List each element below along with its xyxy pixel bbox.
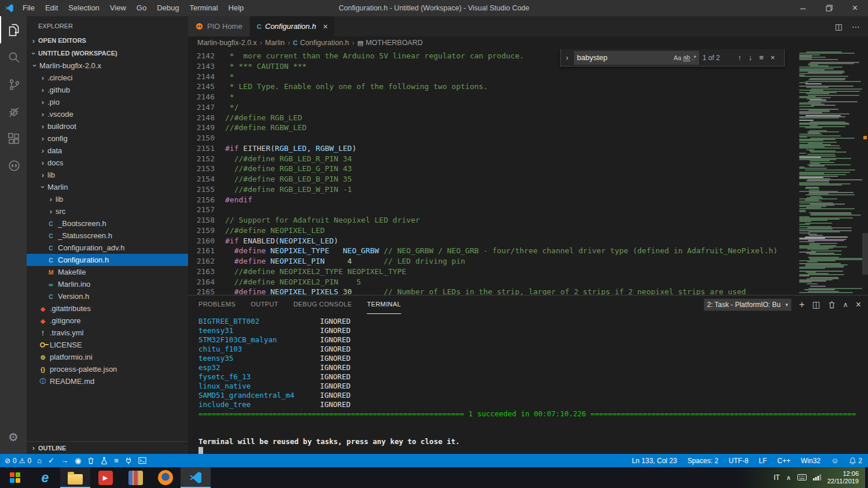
code-line[interactable]: 2164 //#define NEOPIXEL2_PIN 5 xyxy=(188,277,797,287)
tree-item[interactable]: ⓘREADME.md xyxy=(27,375,188,387)
tree-item[interactable]: ›.pio xyxy=(27,96,188,108)
close-panel-icon[interactable]: × xyxy=(856,300,861,310)
extensions-icon[interactable] xyxy=(0,125,27,152)
source-control-icon[interactable] xyxy=(0,71,27,98)
code-line[interactable]: 2163 //#define NEOPIXEL2_TYPE NEOPIXEL_T… xyxy=(188,267,797,277)
tab-pio-home[interactable]: PIO Home xyxy=(188,16,250,36)
code-line[interactable]: 2147 */ xyxy=(188,102,797,113)
breadcrumb-item[interactable]: ▤MOTHERBOARD xyxy=(357,39,422,47)
tree-item[interactable]: ⚙platformio.ini xyxy=(27,351,188,363)
code-area[interactable]: 2142 * more current than the Arduino 5V … xyxy=(188,49,797,295)
tree-item[interactable]: MMakefile xyxy=(27,266,188,278)
tree-item[interactable]: ›docs xyxy=(27,157,188,169)
code-line[interactable]: 2155 //#define RGB_LED_W_PIN -1 xyxy=(188,184,797,195)
code-line[interactable]: 2152 //#define RGB_LED_R_PIN 34 xyxy=(188,154,797,164)
status-utf-8[interactable]: UTF-8 xyxy=(729,457,748,465)
tree-item[interactable]: ›.vscode xyxy=(27,108,188,120)
internet-explorer-icon[interactable]: e xyxy=(30,467,60,488)
terminal-output[interactable]: BIGTREE_BTT002IGNOREDteensy31IGNOREDSTM3… xyxy=(188,314,868,454)
tree-item[interactable]: ›.github xyxy=(27,84,188,96)
pio-upload-icon[interactable]: → xyxy=(61,456,68,465)
find-input[interactable] xyxy=(577,53,672,62)
code-line[interactable]: 2161 #define NEOPIXEL_TYPE NEO_GRBW // N… xyxy=(188,246,797,256)
media-player-icon[interactable]: ▶ xyxy=(90,467,120,488)
tree-item[interactable]: ›config xyxy=(27,132,188,145)
menu-terminal[interactable]: Terminal xyxy=(184,0,223,16)
status-spaces-2[interactable]: Spaces: 2 xyxy=(687,457,718,465)
code-line[interactable]: 2149//#define RGBW_LED xyxy=(188,123,797,133)
tree-item[interactable]: ›Marlin xyxy=(27,181,188,193)
split-editor-icon[interactable]: ◫ xyxy=(835,22,843,31)
find-in-selection-icon[interactable]: ≡ xyxy=(757,53,766,62)
panel-tab-output[interactable]: OUTPUT xyxy=(251,295,278,314)
find-previous-icon[interactable]: ↑ xyxy=(736,53,744,62)
scrollbar-thumb[interactable] xyxy=(862,233,868,275)
pio-terminal-icon[interactable] xyxy=(138,457,146,464)
start-button[interactable] xyxy=(0,467,30,488)
tree-item[interactable]: ›lib xyxy=(27,193,188,205)
pio-home-icon[interactable]: ⌂ xyxy=(37,456,42,465)
touch-keyboard-icon[interactable] xyxy=(797,472,807,483)
problems-status[interactable]: ⊘ 0 ⚠ 0 xyxy=(5,457,31,465)
find-next-icon[interactable]: ↓ xyxy=(747,53,755,62)
terminal-selector[interactable]: 2: Task - PlatformIO: Bu ▾ xyxy=(704,298,792,311)
menu-go[interactable]: Go xyxy=(131,0,152,16)
kill-terminal-icon[interactable] xyxy=(828,301,836,309)
menu-selection[interactable]: Selection xyxy=(63,0,104,16)
tree-item[interactable]: ›lib xyxy=(27,169,188,181)
workspace-section[interactable]: › UNTITLED (WORKSPACE) xyxy=(27,47,188,60)
breadcrumb-item[interactable]: Marlin xyxy=(265,39,285,47)
tree-item[interactable]: ◆.gitattributes xyxy=(27,302,188,315)
panel-tab-terminal[interactable]: TERMINAL xyxy=(367,295,401,314)
hidden-icons-chevron[interactable]: ∧ xyxy=(786,474,791,482)
show-desktop-button[interactable] xyxy=(865,467,868,488)
explorer-icon[interactable] xyxy=(0,16,27,43)
code-line[interactable]: 2144 * xyxy=(188,72,797,82)
code-line[interactable]: 2151#if EITHER(RGB_LED, RGBW_LED) xyxy=(188,143,797,154)
feedback-smiley-icon[interactable]: ☺ xyxy=(831,456,838,465)
close-find-icon[interactable]: × xyxy=(769,53,777,62)
pio-serial-monitor-icon[interactable] xyxy=(125,457,132,464)
tab-configuration-h[interactable]: CConfiguration.h× xyxy=(250,16,336,36)
status-lf[interactable]: LF xyxy=(759,457,767,465)
code-line[interactable]: 2162 #define NEOPIXEL_PIN 4 // LED drivi… xyxy=(188,256,797,267)
tree-item[interactable]: ∞Marlin.ino xyxy=(27,278,188,290)
close-tab-icon[interactable]: × xyxy=(323,22,328,31)
tree-item[interactable]: ›Marlin-bugfix-2.0.x xyxy=(27,60,188,72)
menu-help[interactable]: Help xyxy=(223,0,249,16)
close-window-button[interactable]: × xyxy=(842,0,868,16)
tree-item[interactable]: !.travis.yml xyxy=(27,327,188,339)
code-line[interactable]: 2153 //#define RGB_LED_G_PIN 43 xyxy=(188,164,797,174)
network-icon[interactable] xyxy=(813,472,821,483)
code-line[interactable]: 2165 #define NEOPIXEL_PIXELS 30 // Numbe… xyxy=(188,287,797,295)
platformio-icon[interactable] xyxy=(0,152,27,179)
match-case-icon[interactable]: Aa xyxy=(674,54,681,61)
split-terminal-icon[interactable]: ◫ xyxy=(812,300,821,310)
menu-file[interactable]: File xyxy=(17,0,40,16)
code-line[interactable]: 2159//#define NEOPIXEL_LED xyxy=(188,225,797,236)
status-ln-133-col-23[interactable]: Ln 133, Col 23 xyxy=(632,457,677,465)
restore-button[interactable] xyxy=(816,0,842,16)
code-line[interactable]: 2158// Support for Adafruit Neopixel LED… xyxy=(188,215,797,225)
panel-tab-debug-console[interactable]: DEBUG CONSOLE xyxy=(293,295,352,314)
tree-item[interactable]: ›data xyxy=(27,145,188,157)
menu-debug[interactable]: Debug xyxy=(152,0,184,16)
minimap[interactable] xyxy=(797,49,862,295)
tree-item[interactable]: CVersion.h xyxy=(27,290,188,302)
firefox-icon[interactable] xyxy=(150,467,181,488)
clock[interactable]: 12:06 22/11/2019 xyxy=(827,470,859,485)
new-terminal-icon[interactable]: + xyxy=(799,299,805,310)
tree-item[interactable]: CConfiguration.h xyxy=(27,254,188,266)
breadcrumb-item[interactable]: Marlin-bugfix-2.0.x xyxy=(197,39,257,47)
pio-build-icon[interactable]: ✓ xyxy=(48,456,54,465)
code-line[interactable]: 2150 xyxy=(188,133,797,143)
tree-item[interactable]: ◆.gitignore xyxy=(27,315,188,327)
menu-view[interactable]: View xyxy=(105,0,131,16)
tree-item[interactable]: CConfiguration_adv.h xyxy=(27,242,188,254)
code-line[interactable]: 2146 * xyxy=(188,92,797,102)
archive-manager-icon[interactable] xyxy=(120,467,150,488)
tree-item[interactable]: {}process-palette.json xyxy=(27,363,188,375)
overview-ruler[interactable] xyxy=(862,49,868,295)
language-indicator[interactable]: IT xyxy=(774,474,780,482)
tree-item[interactable]: LICENSE xyxy=(27,339,188,351)
